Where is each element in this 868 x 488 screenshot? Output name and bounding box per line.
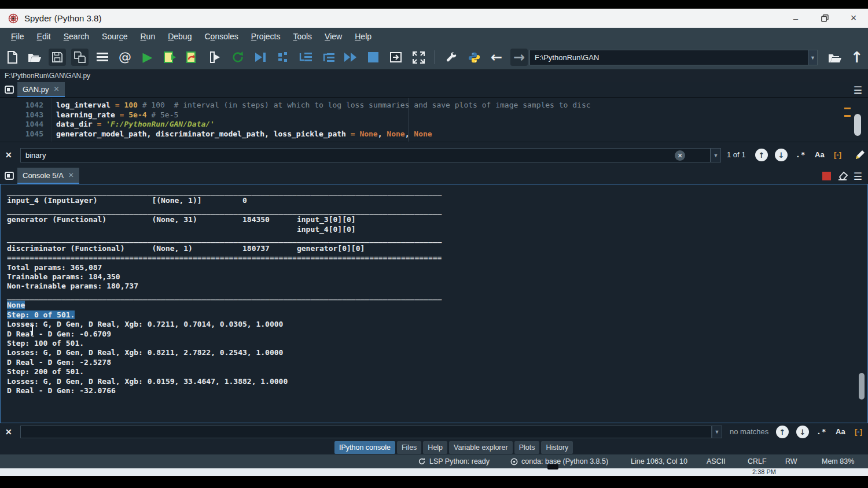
preferences-wrench-icon[interactable] <box>443 49 460 66</box>
parent-directory-icon[interactable]: ↑ <box>848 49 866 66</box>
restore-icon <box>821 14 829 22</box>
code-line-1045: generator_model_path, discriminator_mode… <box>56 130 591 139</box>
memory-status: Mem 83% <box>822 454 854 468</box>
plugin-tab-files[interactable]: Files <box>397 441 421 454</box>
browse-tabs-icon[interactable] <box>3 84 16 95</box>
main-toolbar: @ ▶ <box>0 45 868 70</box>
code-line-1043: learning_rate = 5e-4 # 5e-5 <box>56 110 591 120</box>
outline-icon[interactable] <box>94 49 111 66</box>
menu-view[interactable]: View <box>318 28 348 45</box>
console-line: ========================================… <box>7 253 442 263</box>
menu-debug[interactable]: Debug <box>161 28 198 45</box>
tab-close-icon[interactable]: ✕ <box>54 85 60 93</box>
console-line: D Real - D Gen: -2.5278 <box>7 358 442 367</box>
menu-source[interactable]: Source <box>95 28 134 45</box>
step-return-icon[interactable] <box>319 49 337 66</box>
plugin-tab-ipython-console[interactable]: IPython console <box>334 441 395 454</box>
menu-consoles[interactable]: Consoles <box>198 28 244 45</box>
menu-tools[interactable]: Tools <box>286 28 318 45</box>
lsp-status: LSP Python: ready <box>418 454 490 468</box>
console-tab-label: Console 5/A <box>23 171 64 180</box>
case-sensitive-icon[interactable]: Aa <box>815 150 825 159</box>
find-history-dropdown-icon[interactable]: ▼ <box>712 426 722 438</box>
console-tab[interactable]: Console 5/A ✕ <box>17 168 79 184</box>
console-tab-bar: Console 5/A ✕ ☰ <box>0 168 868 184</box>
stop-icon[interactable] <box>365 49 382 66</box>
plugin-tab-variable-explorer[interactable]: Variable explorer <box>449 441 513 454</box>
spyder-logo-icon <box>8 13 19 24</box>
forward-icon[interactable]: → <box>510 49 528 66</box>
clear-icon[interactable]: ✕ <box>675 150 685 161</box>
plugin-tab-history[interactable]: History <box>541 441 573 454</box>
maximize-pane-icon[interactable] <box>387 49 404 66</box>
save-all-icon[interactable] <box>71 49 89 66</box>
run-cell-icon[interactable] <box>161 49 179 66</box>
console-options-menu-icon[interactable]: ☰ <box>854 171 862 182</box>
step-into-icon[interactable] <box>297 49 314 66</box>
whole-word-icon[interactable]: [-] <box>834 150 841 159</box>
close-button[interactable]: × <box>839 9 868 28</box>
restore-button[interactable] <box>810 9 839 28</box>
previous-match-icon[interactable]: ↑ <box>755 149 768 161</box>
text-cursor-pointer <box>30 325 35 335</box>
remove-variables-icon[interactable] <box>837 171 848 180</box>
open-file-icon[interactable] <box>26 49 43 66</box>
plugin-tab-plots[interactable]: Plots <box>514 441 540 454</box>
console-find-input[interactable] <box>20 426 712 438</box>
menu-search[interactable]: Search <box>57 28 95 45</box>
regex-icon[interactable]: .* <box>796 150 806 159</box>
console-find-bar: ✕ ▼ no matches ↑ ↓ .* Aa [-] <box>0 423 868 441</box>
debug-file-icon[interactable] <box>252 49 269 66</box>
next-match-icon[interactable]: ↓ <box>796 426 809 438</box>
browse-tabs-icon[interactable] <box>3 170 16 182</box>
menu-help[interactable]: Help <box>348 28 378 45</box>
run-selection-icon[interactable] <box>207 49 224 66</box>
plugin-tab-help[interactable]: Help <box>423 441 447 454</box>
menu-run[interactable]: Run <box>134 28 161 45</box>
rerun-last-icon[interactable] <box>229 49 247 66</box>
conda-env-status: conda: base (Python 3.8.5) <box>510 454 608 468</box>
previous-match-icon[interactable]: ↑ <box>776 426 789 438</box>
menu-edit[interactable]: Edit <box>31 28 57 45</box>
windows-taskbar-sliver: 2:38 PM <box>0 468 868 476</box>
cursor-position: Line 1063, Col 10 <box>631 454 687 468</box>
interrupt-kernel-icon[interactable] <box>822 172 831 180</box>
minimize-button[interactable]: – <box>781 9 810 28</box>
find-history-dropdown-icon[interactable]: ▼ <box>711 148 721 162</box>
fullscreen-icon[interactable] <box>410 49 427 66</box>
find-symbols-icon[interactable]: @ <box>116 49 134 66</box>
editor-tab-gan-py[interactable]: GAN.py ✕ <box>17 82 65 97</box>
find-close-icon[interactable]: ✕ <box>5 150 12 160</box>
rerun-cell-icon[interactable] <box>184 49 201 66</box>
menu-file[interactable]: File <box>5 28 31 45</box>
code-editor[interactable]: 1042104310441045 log_interval = 100 # 10… <box>0 97 868 142</box>
find-input[interactable] <box>20 148 711 162</box>
tab-close-icon[interactable]: ✕ <box>68 171 74 179</box>
working-directory-combo: ▼ <box>529 50 818 65</box>
whole-word-icon[interactable]: [-] <box>855 427 862 436</box>
replace-icon[interactable] <box>854 149 866 161</box>
open-directory-icon[interactable] <box>826 51 844 65</box>
menu-projects[interactable]: Projects <box>245 28 287 45</box>
console-scrollbar[interactable] <box>859 373 865 400</box>
console-line: Losses: G, D Gen, D Real, Xgb: 0.0159, 3… <box>7 377 442 386</box>
new-file-icon[interactable] <box>3 49 21 66</box>
working-directory-dropdown-icon[interactable]: ▼ <box>808 50 818 65</box>
find-close-icon[interactable]: ✕ <box>5 427 12 437</box>
working-directory-input[interactable] <box>529 50 808 65</box>
letterbox-bottom <box>0 476 868 488</box>
editor-options-menu-icon[interactable]: ☰ <box>854 84 862 96</box>
regex-icon[interactable]: .* <box>816 427 827 436</box>
continue-icon[interactable] <box>342 49 359 66</box>
step-icon[interactable] <box>274 49 292 66</box>
editor-scrollbar[interactable] <box>854 114 861 136</box>
console-line: Step: 200 of 501. <box>7 367 442 376</box>
back-icon[interactable]: ← <box>488 49 505 66</box>
next-match-icon[interactable]: ↓ <box>775 149 788 161</box>
console-line: discriminator (Functional) (None, 1) 180… <box>7 244 442 253</box>
save-icon[interactable] <box>49 49 66 66</box>
ipython-console-output[interactable]: ________________________________________… <box>0 184 868 423</box>
case-sensitive-icon[interactable]: Aa <box>836 427 845 436</box>
run-file-icon[interactable]: ▶ <box>139 49 156 66</box>
pythonpath-icon[interactable] <box>465 49 483 66</box>
